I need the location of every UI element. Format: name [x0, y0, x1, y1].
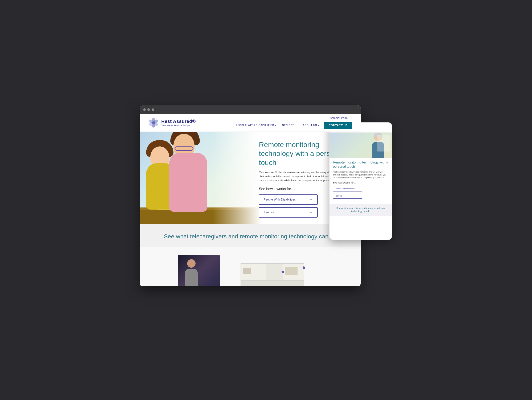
main-nav: PEOPLE WITH DISABILITIES ▾ SENIORS ▾ ABO…: [235, 124, 319, 127]
hero-section: Remote monitoring technology with a pers…: [140, 132, 361, 224]
girl2-body: [169, 153, 207, 212]
contact-us-button[interactable]: CONTACT US: [324, 122, 352, 129]
logo-brand: Rest Assured®: [161, 119, 196, 124]
header-right: Customer Portal → PEOPLE WITH DISABILITI…: [235, 116, 352, 129]
nav-about-label: ABOUT US: [303, 124, 317, 127]
nav-seniors-label: SENIORS: [282, 124, 295, 127]
nav-people-label: PEOPLE WITH DISABILITIES: [235, 124, 274, 127]
site-header: Rest Assured® Telecare & Remote Support …: [140, 114, 361, 132]
mobile-cta-seniors-arrow: →: [358, 195, 360, 197]
girl2-glasses: [175, 146, 193, 151]
gray-section-heading: See what telecaregivers and remote monit…: [148, 233, 352, 240]
svg-point-15: [303, 266, 305, 269]
svg-rect-13: [285, 267, 298, 275]
house-illustration: [230, 247, 319, 286]
browser-dot-yellow: [147, 108, 150, 111]
logo-tagline: Telecare & Remote Support: [161, 124, 196, 127]
mobile-heading: Remote monitoring technology with a pers…: [333, 160, 388, 169]
cta-seniors-button[interactable]: Seniors →: [259, 207, 318, 218]
hero-description: Rest Assured® blends wireless monitoring…: [259, 170, 339, 183]
browser-window: —: [140, 105, 361, 286]
bottom-area: [140, 247, 361, 286]
mobile-cta-people-button[interactable]: People With Disabilities →: [333, 186, 362, 192]
mobile-see-how: See how it works for ...: [333, 181, 388, 184]
nav-item-people[interactable]: PEOPLE WITH DISABILITIES ▾: [235, 124, 276, 127]
svg-rect-12: [243, 268, 251, 274]
cta-people-arrow: →: [309, 197, 313, 202]
nav-people-chevron: ▾: [275, 124, 276, 126]
browser-dot-green: [152, 108, 154, 111]
cta-seniors-arrow: →: [309, 210, 313, 215]
nav-item-seniors[interactable]: SENIORS ▾: [282, 124, 297, 127]
gray-section: See what telecaregivers and remote monit…: [140, 224, 361, 247]
bottom-photo: [178, 255, 220, 286]
cta-people-disabilities-button[interactable]: People With Disabilities →: [259, 194, 318, 205]
mobile-device: Rest Assured® Telecare & Remote Support …: [329, 122, 392, 240]
svg-rect-9: [266, 264, 283, 280]
mobile-cta-seniors-button[interactable]: Seniors →: [333, 193, 362, 199]
browser-content: Rest Assured® Telecare & Remote Support …: [140, 114, 361, 286]
mobile-gray-text: See what telecaregivers and remote monit…: [333, 207, 388, 213]
customer-portal-label: Customer Portal: [329, 116, 348, 120]
mobile-cta-people-arrow: →: [358, 188, 360, 190]
person-silhouette: [184, 259, 199, 286]
svg-point-14: [282, 271, 284, 273]
hero-fade-overlay: [213, 132, 261, 224]
hero-background: [140, 132, 261, 224]
nav-seniors-chevron: ▾: [295, 124, 297, 126]
browser-chrome: —: [140, 105, 361, 114]
mobile-hero-image: [329, 133, 392, 158]
mobile-description: Rest Assured® blends wireless monitoring…: [333, 171, 388, 179]
nav-about-chevron: ▾: [318, 124, 319, 126]
cta-people-label: People With Disabilities: [264, 198, 296, 201]
logo-area[interactable]: Rest Assured® Telecare & Remote Support: [148, 117, 196, 128]
svg-rect-11: [241, 280, 304, 286]
person-head: [187, 259, 196, 268]
logo-flower-icon: [148, 117, 159, 128]
mobile-cta-seniors-label: Seniors: [336, 195, 342, 197]
svg-point-6: [152, 121, 155, 124]
customer-portal-icon: →: [349, 116, 352, 120]
customer-portal-link[interactable]: Customer Portal →: [329, 116, 352, 120]
nav-item-about[interactable]: ABOUT US ▾: [303, 124, 319, 127]
mobile-gray-section: See what telecaregivers and remote monit…: [329, 204, 392, 216]
browser-minimize[interactable]: —: [354, 108, 357, 111]
logo-text: Rest Assured® Telecare & Remote Support: [161, 119, 196, 127]
mobile-cta-people-label: People With Disabilities: [336, 188, 355, 190]
browser-dot-red: [143, 108, 146, 111]
cta-seniors-label: Seniors: [264, 211, 274, 214]
house-svg: [230, 247, 319, 286]
person-body: [185, 269, 198, 286]
mobile-content: Remote monitoring technology with a pers…: [329, 158, 392, 203]
